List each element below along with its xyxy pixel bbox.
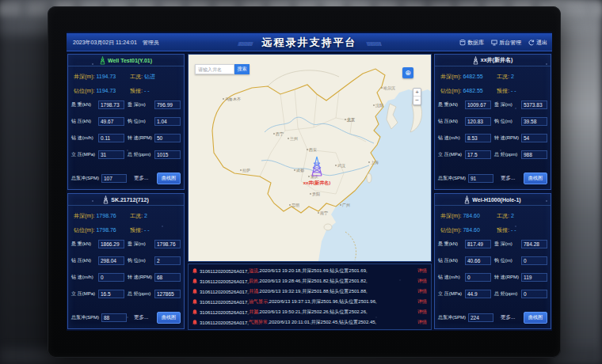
well-title: Wei-H1000(Hole-1)	[472, 197, 520, 203]
well-panel-bottom-right: Wei-H1000(Hole-1) 井深(m):784.60 工况:2 钻位(m…	[434, 193, 551, 329]
gauge-label: 钻 压(kN)	[438, 257, 465, 264]
gauge-value: 8.53	[465, 134, 491, 142]
curve-chart-button[interactable]: 曲线图	[524, 312, 547, 324]
database-button[interactable]: 数据库	[459, 39, 484, 47]
work-status: 工况:2	[497, 73, 514, 81]
derrick-icon	[464, 195, 470, 204]
map-city-label: 南宁	[320, 210, 328, 215]
admin-button[interactable]: 后台管理	[491, 39, 521, 47]
database-icon	[459, 40, 466, 46]
pump-strokes-value: 91	[468, 174, 493, 183]
alarm-list: 31061120200526A017,溢流,2020/6/13 19:20:18…	[188, 264, 432, 330]
forecast: 预报:- -	[497, 226, 516, 234]
derrick-marker-icon	[311, 156, 323, 177]
alarm-detail-text: ,2020/6/13 19:32:19,井深2501.88,钻头位置2501.8…	[258, 288, 368, 295]
pump-strokes-label: 总泵冲(SPM)	[71, 175, 101, 182]
well-map-marker[interactable]	[311, 156, 323, 180]
more-link[interactable]: 更多...	[501, 175, 515, 182]
alarm-details-link[interactable]: 详情	[413, 278, 427, 285]
gauge-field: 钻 压(kN) 298.04	[71, 256, 124, 265]
pump-strokes-row: 总泵冲(SPM) 107 更多... 曲线图	[71, 173, 181, 184]
map-city-label: 武汉	[337, 163, 345, 169]
well-title: xx井(新井名)	[481, 56, 512, 64]
curve-chart-button[interactable]: 曲线图	[524, 173, 547, 184]
gauge-label: 垂 深(m)	[128, 101, 154, 108]
gauge-value: 17.5	[465, 150, 491, 159]
forecast: 预报:- -	[497, 87, 516, 95]
gauge-field: 转 速(RPM) 119	[494, 273, 547, 282]
zoom-out-button[interactable]: −	[413, 97, 421, 104]
map-city-label: 沈阳	[375, 103, 383, 108]
map-city-label: 广州	[342, 203, 350, 207]
gauge-label: 转 速(RPM)	[128, 274, 154, 281]
gauge-field: 钩 位(m) 39.58	[494, 117, 547, 126]
logout-label: 退出	[536, 39, 547, 47]
search-button[interactable]: 搜索	[234, 64, 250, 74]
gauge-field: 立 压(MPa) 17.5	[438, 150, 491, 159]
alarm-details-link[interactable]: 详情	[413, 309, 427, 316]
bit-position: 钻位(m):1798.76	[74, 226, 116, 234]
city-dot	[288, 138, 289, 139]
gauge-value: 50	[154, 134, 181, 142]
alarm-details-link[interactable]: 详情	[413, 298, 427, 305]
more-link[interactable]: 更多...	[134, 314, 148, 321]
map-city-label: 拉萨	[242, 168, 250, 173]
pump-strokes-row: 总泵冲(SPM) 224 更多... 曲线图	[438, 312, 547, 324]
gauge-field: 钻 速(m/h) 0.11	[71, 134, 124, 142]
alarm-row: 31061120200526A017,气测异常,2020/6/13 20:11:…	[189, 317, 431, 328]
gauge-label: 立 压(MPa)	[438, 290, 465, 298]
alarm-details-link[interactable]: 详情	[413, 319, 427, 326]
map-city-label: 昆明	[291, 203, 299, 208]
logout-button[interactable]: 退出	[528, 39, 547, 47]
gauge-grid: 悬 重(kN) 1009.67 垂 深(m) 5373.83 钻 压(kN) 1…	[438, 100, 547, 159]
gauge-value: 40.66	[465, 256, 491, 265]
gauge-field: 转 速(RPM) 68	[128, 273, 181, 282]
gauge-value: 988	[521, 150, 547, 159]
alarm-bell-icon	[192, 309, 197, 315]
map-city-label: 乌鲁木齐	[225, 97, 241, 101]
forecast: 预报:- -	[130, 226, 150, 234]
well-panel-top-left: Well Test01(Y.01) 井深(m):1194.73 工况:钻进 钻位…	[67, 54, 185, 190]
alarm-row: 31061120200526A017,井漏,2020/6/13 19:50:21…	[189, 307, 431, 317]
datetime-text: 2023年03月02日 11:24:01	[73, 40, 137, 45]
gauge-value: 54	[521, 134, 547, 142]
alarm-details-link[interactable]: 详情	[413, 288, 427, 295]
gauge-label: 钻 速(m/h)	[71, 274, 98, 281]
gauge-field: 立 压(MPa) 16.5	[71, 290, 124, 298]
gauge-value: 298.04	[98, 256, 124, 265]
curve-chart-button[interactable]: 曲线图	[157, 312, 181, 324]
decor-slashes-right: \\\\\\\\\\\\\\\	[367, 40, 381, 47]
locate-control[interactable]: ⊕	[402, 67, 413, 78]
alarm-details-link[interactable]: 详情	[413, 267, 427, 275]
gauge-value: 44.9	[465, 290, 491, 298]
city-dot	[381, 87, 383, 89]
gauge-field: 悬 重(kN) 1798.73	[71, 100, 124, 109]
gauge-label: 总 烃(ppm)	[494, 290, 521, 298]
more-link[interactable]: 更多...	[501, 314, 515, 321]
city-dot	[373, 104, 375, 106]
work-status: 工况:2	[497, 212, 514, 220]
gauge-value: 0	[465, 273, 491, 282]
curve-chart-button[interactable]: 曲线图	[157, 173, 181, 184]
well-depth: 井深(m):784.60	[440, 212, 480, 220]
user-role: 管理员	[143, 40, 159, 45]
city-dot	[368, 161, 370, 163]
city-dot	[308, 176, 310, 177]
gauge-grid: 悬 重(kN) 817.49 垂 深(m) 784.28 钻 压(kN) 40.…	[438, 240, 547, 298]
more-link[interactable]: 更多...	[134, 175, 148, 182]
search-input[interactable]	[195, 64, 234, 74]
gauge-field: 钻 速(m/h) 0	[438, 273, 491, 282]
gauge-field: 垂 深(m) 796.99	[128, 100, 181, 109]
gauge-field: 总 烃(ppm) 1015	[128, 150, 181, 159]
gauge-field: 钻 速(m/h) 0	[71, 273, 124, 282]
dashboard-screen: 2023年03月02日 11:24:01管理员 /////////////// …	[67, 32, 552, 331]
gauge-field: 悬 重(kN) 1866.29	[71, 240, 124, 248]
city-dot	[345, 119, 346, 120]
china-map[interactable]: 乌鲁木齐拉萨西宁兰州西安成都重庆贵阳昆明南宁广州武汉上海北京沈阳哈尔滨 搜索 ⊕…	[188, 54, 432, 262]
zoom-in-button[interactable]: +	[413, 89, 421, 97]
map-city-label: 西宁	[276, 131, 284, 137]
admin-label: 后台管理	[499, 39, 521, 47]
gauge-field: 悬 重(kN) 1009.67	[438, 100, 491, 109]
gauge-label: 悬 重(kN)	[438, 241, 465, 248]
work-status: 工况:2	[130, 212, 147, 220]
